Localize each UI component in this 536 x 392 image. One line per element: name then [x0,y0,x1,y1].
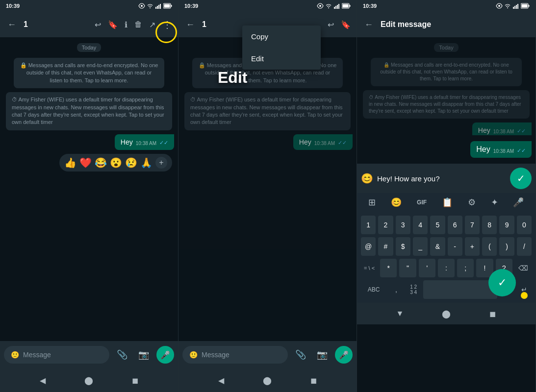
nav-back-2[interactable]: ◀ [216,375,226,385]
message-bubble-1: Hey 10:38 AM ✓✓ [115,134,174,150]
kb-key-3[interactable]: 3 [396,216,410,234]
nav-recent-1[interactable]: ◼ [130,375,140,385]
kb-key-star[interactable]: * [380,259,397,277]
context-menu-2: Copy Edit [242,25,321,70]
kb-key-hash[interactable]: # [378,237,393,256]
message-time-1: 10:38 AM [136,141,156,146]
context-menu-edit[interactable]: Edit [242,48,321,70]
kb-key-6[interactable]: 6 [448,216,462,234]
kb-key-amp[interactable]: & [430,237,445,256]
mic-button-1[interactable]: 🎤 [156,346,174,364]
kb-key-1[interactable]: 1 [361,216,376,234]
nav-recent-2[interactable]: ◼ [309,375,319,385]
confirm-edit-annotation[interactable]: ✓ [488,269,516,296]
input-placeholder-2: Message [202,351,230,359]
reaction-sad-1[interactable]: 😢 [125,157,137,169]
more-icon-1[interactable]: ⋮ [162,19,172,30]
back-button-3[interactable]: ← [363,19,375,30]
reaction-heart-1[interactable]: ❤️ [79,157,92,169]
panel-1: 10:39 ← 1 ↩ 🔖 ℹ 🗑 ↗ ⋮ Today 🔒 Messages a… [0,0,179,392]
svg-rect-14 [350,5,351,7]
bookmark-icon-1[interactable]: 🔖 [108,20,118,29]
status-icons-3 [496,3,530,9]
kb-key-5[interactable]: 5 [430,216,445,234]
send-edit-button[interactable]: ✓ [510,168,532,189]
kb-key-backslash[interactable]: = \ < [361,259,378,277]
info-icon-1[interactable]: ℹ [125,20,128,29]
kb-key-7[interactable]: 7 [465,216,480,234]
reaction-pray-1[interactable]: 🙏 [140,157,153,169]
add-reaction-1[interactable]: + [155,157,167,169]
kb-key-dollar[interactable]: $ [396,237,410,256]
kb-key-plus[interactable]: + [465,237,480,256]
delete-icon-1[interactable]: 🗑 [134,20,142,29]
nav-back-1[interactable]: ◀ [38,375,48,385]
kb-key-dash[interactable]: - [448,237,462,256]
kb-key-comma[interactable]: , [389,280,404,299]
message-input-1[interactable]: 🙂 Message [4,346,109,364]
kb-key-dquote[interactable]: " [399,259,416,277]
reply-icon-2[interactable]: ↩ [328,20,334,29]
header-actions-1: ↩ 🔖 ℹ 🗑 ↗ ⋮ [95,19,172,30]
kb-clipboard-icon[interactable]: 📋 [439,196,456,209]
status-bar-1: 10:39 [0,0,178,12]
camera-button-1[interactable]: 📷 [135,346,153,364]
date-badge-3: Today [434,43,458,52]
reply-icon-1[interactable]: ↩ [95,20,101,29]
kb-key-at[interactable]: @ [361,237,376,256]
kb-key-4[interactable]: 4 [413,216,428,234]
svg-rect-1 [155,7,156,9]
kb-key-abc[interactable]: ABC [361,280,386,299]
eye-icon-3 [496,3,503,9]
attach-button-2[interactable]: 📎 [292,346,309,364]
kb-key-9[interactable]: 9 [499,216,514,234]
back-button-2[interactable]: ← [184,19,196,30]
context-menu-copy[interactable]: Copy [242,25,321,48]
reaction-laugh-1[interactable]: 😂 [95,157,107,169]
eye-icon-2 [317,3,324,9]
emoji-button-edit[interactable]: 😊 [361,172,373,184]
svg-rect-20 [517,4,518,9]
kb-layout-icon[interactable]: ⊞ [365,196,379,209]
nav-back-3[interactable]: ▼ [395,309,405,318]
nav-recent-3[interactable]: ◼ [488,309,498,318]
bookmark-icon-2[interactable]: 🔖 [341,20,351,29]
kb-key-squote[interactable]: ' [419,259,435,277]
kb-key-lparen[interactable]: ( [482,237,497,256]
kb-mic-icon[interactable]: 🎤 [510,196,527,209]
kb-key-semicolon[interactable]: ; [457,259,474,277]
kb-key-colon[interactable]: : [438,259,455,277]
status-icons-2 [317,3,351,9]
edit-input-row: 😊 ✓ [357,164,536,193]
kb-key-slash[interactable]: / [517,237,532,256]
camera-button-2[interactable]: 📷 [313,346,331,364]
kb-key-rparen[interactable]: ) [499,237,514,256]
battery-icon-1 [163,3,172,9]
kb-key-0[interactable]: 0 [517,216,532,234]
nav-home-1[interactable]: ⬤ [84,375,94,385]
nav-home-3[interactable]: ⬤ [441,309,451,318]
kb-settings-icon[interactable]: ⚙ [465,196,479,209]
svg-rect-6 [171,5,172,7]
kb-key-8[interactable]: 8 [482,216,497,234]
kb-gif-icon[interactable]: GIF [414,198,430,207]
reaction-thumbs-1[interactable]: 👍 [64,157,77,169]
kb-key-backspace[interactable]: ⌫ [515,259,532,277]
svg-point-0 [141,5,143,7]
edit-message-input[interactable] [377,174,506,183]
share-icon-1[interactable]: ↗ [149,20,155,29]
reaction-wow-1[interactable]: 😮 [110,157,122,169]
message-display-area: Hey 10:38 AM ✓✓ [357,135,536,164]
nav-home-2[interactable]: ⬤ [262,375,272,385]
kb-key-123[interactable]: 1 23 4 [406,280,421,299]
kb-sparkle-icon[interactable]: ✦ [488,196,501,209]
kb-key-2[interactable]: 2 [378,216,393,234]
kb-emoji-icon[interactable]: 😊 [388,196,405,209]
message-input-2[interactable]: 🙂 Message [182,346,288,364]
attach-button-1[interactable]: 📎 [113,346,131,364]
back-button-1[interactable]: ← [6,19,18,30]
svg-rect-7 [164,4,170,8]
kb-key-underscore[interactable]: _ [413,237,428,256]
mic-button-2[interactable]: 🎤 [335,346,353,364]
kb-key-space[interactable] [423,280,497,299]
